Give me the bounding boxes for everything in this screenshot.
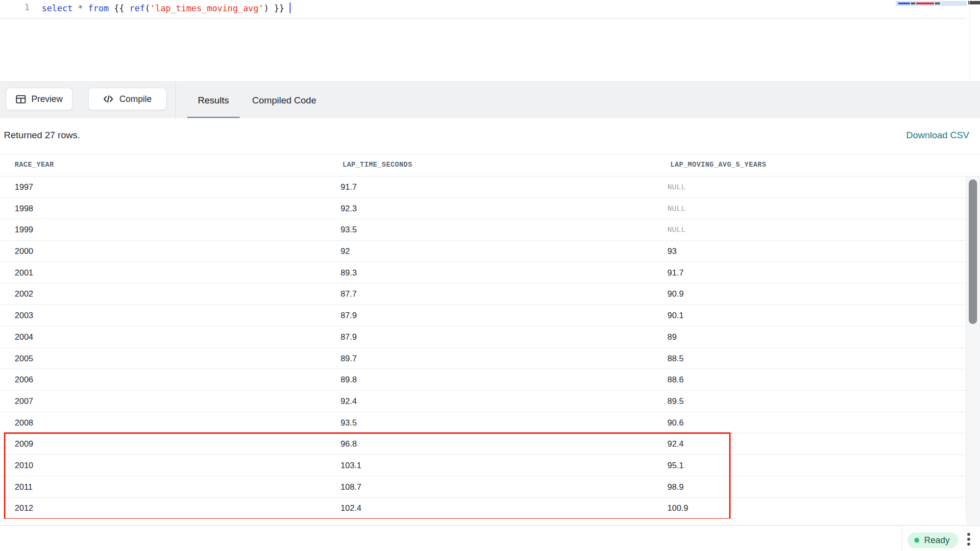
status-dot-icon <box>914 538 919 543</box>
table-cell: 2007 <box>15 397 33 406</box>
table-cell: 102.4 <box>341 503 362 513</box>
tab-results-label: Results <box>198 95 229 106</box>
table-cell: 2002 <box>15 289 33 299</box>
table-cell: 90.1 <box>667 311 684 321</box>
preview-button[interactable]: Preview <box>6 88 73 110</box>
table-cell: 89.8 <box>341 375 357 385</box>
table-cell: 98.9 <box>667 482 684 492</box>
table-header-row: RACE_YEAR LAP_TIME_SECONDS LAP_MOVING_AV… <box>0 154 980 176</box>
minimap-mark <box>898 2 910 4</box>
minimap-mark <box>916 2 934 4</box>
code-line[interactable]: select * from {{ ref('lap_times_moving_a… <box>42 2 291 15</box>
column-header-lap-moving-avg-5-years: LAP_MOVING_AVG_5_YEARS <box>670 161 766 169</box>
ready-status-label: Ready <box>924 535 950 546</box>
table-cell: 2006 <box>15 375 33 385</box>
code-icon <box>103 94 114 104</box>
table-cell: 92 <box>341 247 350 256</box>
table-cell: 1999 <box>15 225 33 235</box>
code-token <box>83 3 88 13</box>
minimap-mark <box>935 2 940 4</box>
table-cell: 2005 <box>15 354 33 364</box>
partial-next-row <box>0 519 966 526</box>
table-icon <box>16 94 26 104</box>
table-row: 200487.989 <box>0 326 966 348</box>
table-row: 2010103.195.1 <box>0 455 966 476</box>
code-token: 'lap_times_moving_avg' <box>150 3 264 13</box>
table-cell: 2009 <box>15 439 33 449</box>
table-cell: NULL <box>667 183 686 192</box>
table-row: 200589.788.5 <box>0 348 966 370</box>
table-cell: 2008 <box>15 418 33 428</box>
table-cell: 103.1 <box>341 461 362 471</box>
column-header-race-year: RACE_YEAR <box>15 161 54 169</box>
table-row: 200792.489.5 <box>0 391 966 412</box>
compile-button-label: Compile <box>119 94 151 104</box>
table-cell: 96.8 <box>341 439 357 449</box>
status-bar-divider <box>902 526 902 551</box>
table-row: 200287.790.9 <box>0 283 966 305</box>
status-bar: Ready <box>0 526 980 551</box>
code-token: ( <box>145 3 150 13</box>
table-cell: 2003 <box>15 311 33 321</box>
code-token: ref <box>129 3 145 13</box>
dbt-ide-window: 1 select * from {{ ref('lap_times_moving… <box>0 0 980 551</box>
kebab-menu-icon[interactable] <box>963 531 974 548</box>
table-cell: 90.9 <box>667 289 684 299</box>
table-row: 200189.391.7 <box>0 262 966 284</box>
code-token: from <box>88 3 109 13</box>
preview-button-label: Preview <box>31 94 63 104</box>
code-token <box>73 3 78 13</box>
results-scrollbar-track[interactable] <box>966 176 980 526</box>
row-count-summary: Returned 27 rows. <box>4 130 80 141</box>
table-cell: 95.1 <box>667 461 684 471</box>
sql-editor[interactable]: 1 select * from {{ ref('lap_times_moving… <box>0 0 980 81</box>
table-cell: 87.9 <box>341 332 357 342</box>
ready-status-badge: Ready <box>907 532 958 548</box>
table-cell: 100.9 <box>667 503 688 513</box>
compile-button[interactable]: Compile <box>88 88 167 110</box>
table-cell: 2010 <box>15 461 33 471</box>
download-csv-link[interactable]: Download CSV <box>906 130 969 141</box>
table-cell: 88.5 <box>667 354 684 364</box>
table-cell: 92.3 <box>341 204 357 214</box>
table-row: 2012102.4100.9 <box>0 498 966 519</box>
table-cell: 2001 <box>15 268 33 278</box>
table-cell: 87.9 <box>341 311 357 321</box>
editor-gutter-divider <box>969 0 970 81</box>
table-cell: 93 <box>667 247 677 256</box>
table-row: 199892.3NULL <box>0 198 966 220</box>
tab-results[interactable]: Results <box>187 82 240 119</box>
table-cell: 93.5 <box>341 418 357 428</box>
toolbar-divider <box>175 82 176 119</box>
minimap-mark <box>911 2 915 4</box>
table-cell: 91.7 <box>341 182 357 192</box>
table-row: 199993.5NULL <box>0 219 966 241</box>
editor-minimap[interactable] <box>896 1 967 6</box>
table-cell: 93.5 <box>341 225 357 235</box>
table-cell: 91.7 <box>667 268 684 278</box>
table-cell: 1997 <box>15 182 33 192</box>
results-scrollbar-thumb[interactable] <box>969 179 977 324</box>
tab-compiled-code[interactable]: Compiled Code <box>247 82 321 119</box>
table-row: 20009293 <box>0 241 966 262</box>
table-cell: 87.7 <box>341 289 357 299</box>
table-cell: 89.7 <box>341 354 357 364</box>
code-token: * <box>78 3 83 13</box>
line-number: 1 <box>18 2 29 12</box>
active-line-underline <box>0 18 966 19</box>
table-cell: 89.5 <box>667 397 684 406</box>
table-row: 200387.990.1 <box>0 305 966 326</box>
code-token: select <box>42 3 73 13</box>
table-row: 200996.892.4 <box>0 433 966 455</box>
editor-scrollbar-thumb[interactable] <box>968 1 980 4</box>
table-cell: 89 <box>667 332 677 342</box>
table-cell: NULL <box>667 225 686 234</box>
table-row: 2011108.798.9 <box>0 476 966 498</box>
table-row: 200893.590.6 <box>0 412 966 434</box>
table-body: 199791.7NULL199892.3NULL199993.5NULL2000… <box>0 176 966 519</box>
table-cell: 90.6 <box>667 418 684 428</box>
column-header-lap-time-seconds: LAP_TIME_SECONDS <box>343 161 412 169</box>
table-cell: 108.7 <box>341 482 362 492</box>
table-cell: 2012 <box>15 503 33 513</box>
results-meta-bar: Returned 27 rows. Download CSV <box>0 118 980 154</box>
